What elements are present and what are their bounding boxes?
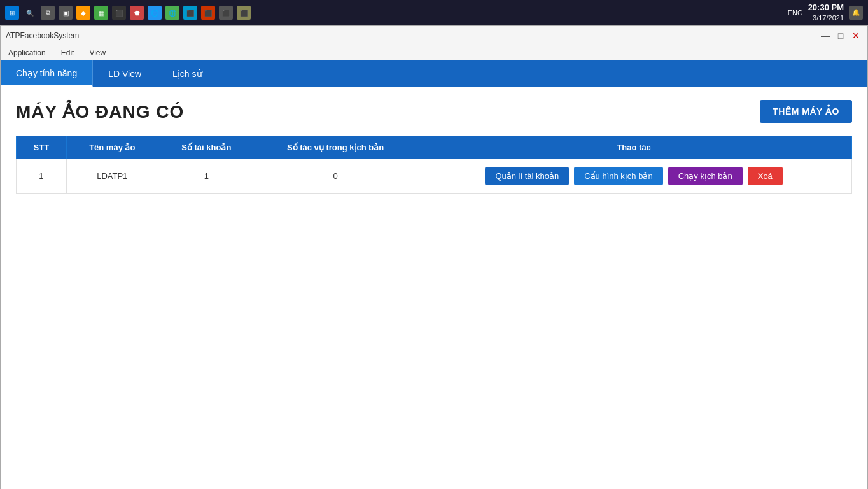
taskbar-date: 3/17/2021 [808, 13, 844, 23]
taskbar-app-3[interactable]: ▦ [94, 6, 108, 20]
menu-view[interactable]: View [87, 47, 108, 59]
taskbar-app-8[interactable]: ⬛ [183, 6, 197, 20]
search-icon[interactable]: 🔍 [23, 6, 37, 20]
menubar: Application Edit View [1, 45, 867, 60]
taskbar-app-1[interactable]: ▣ [59, 6, 73, 20]
col-name: Tên máy ảo [66, 136, 158, 159]
window-title: ATPFacebookSystem [6, 31, 79, 40]
menu-edit[interactable]: Edit [59, 47, 77, 59]
cell-stt: 1 [17, 159, 67, 194]
col-stt: STT [17, 136, 67, 159]
add-virtual-machine-button[interactable]: THÊM MÁY ẢO [760, 100, 852, 123]
tab-chay-tinh-nang[interactable]: Chạy tính năng [1, 60, 93, 87]
col-actions: Thao tác [416, 136, 852, 159]
maximize-button[interactable]: □ [834, 29, 847, 42]
cell-actions: Quản lí tài khoản Cấu hình kịch bản Chạy… [416, 159, 852, 194]
menu-application[interactable]: Application [6, 47, 48, 59]
tab-ld-view[interactable]: LD View [93, 60, 157, 87]
taskbar-right: ENG 20:30 PM 3/17/2021 🔔 [788, 2, 863, 24]
taskbar-app-4[interactable]: ⬛ [112, 6, 126, 20]
manage-accounts-button[interactable]: Quản lí tài khoản [485, 167, 569, 185]
run-scenario-button[interactable]: Chạy kịch bản [668, 167, 743, 185]
cell-tasks: 0 [255, 159, 416, 194]
taskbar-app-5[interactable]: ⬟ [130, 6, 144, 20]
task-view-icon[interactable]: ⧉ [41, 6, 55, 20]
taskbar-app-7[interactable]: 🌐 [165, 6, 179, 20]
taskbar: ⊞ 🔍 ⧉ ▣ ◆ ▦ ⬛ ⬟ 🌐 🌐 ⬛ ⬛ ⬛ ⬛ ENG 20:30 PM… [0, 0, 868, 25]
taskbar-app-11[interactable]: ⬛ [237, 6, 251, 20]
tab-lich-su[interactable]: Lịch sử [157, 60, 218, 87]
cell-accounts: 1 [158, 159, 255, 194]
col-tasks: Số tác vụ trong kịch bản [255, 136, 416, 159]
taskbar-sys-tray: ENG [788, 9, 803, 17]
notification-icon[interactable]: 🔔 [849, 6, 863, 20]
minimize-button[interactable]: — [819, 29, 832, 42]
table-row: 1 LDATP1 1 0 Quản lí tài khoản Cấu hình … [17, 159, 852, 194]
cell-name: LDATP1 [66, 159, 158, 194]
app-window: ATPFacebookSystem — □ ✕ Application Edit… [0, 25, 868, 489]
page-title: MÁY ẢO ĐANG CÓ [16, 101, 184, 122]
main-content: MÁY ẢO ĐANG CÓ THÊM MÁY ẢO STT Tên máy ả… [1, 87, 867, 489]
table-header: STT Tên máy ảo Số tài khoản Số tác vụ tr… [17, 136, 852, 159]
window-controls: — □ ✕ [819, 29, 862, 42]
virtual-machines-table: STT Tên máy ảo Số tài khoản Số tác vụ tr… [16, 136, 852, 194]
page-header: MÁY ẢO ĐANG CÓ THÊM MÁY ẢO [16, 100, 852, 123]
col-accounts: Số tài khoản [158, 136, 255, 159]
start-button[interactable]: ⊞ [5, 6, 19, 20]
delete-button[interactable]: Xoá [748, 167, 783, 185]
table-body: 1 LDATP1 1 0 Quản lí tài khoản Cấu hình … [17, 159, 852, 194]
action-cell: Quản lí tài khoản Cấu hình kịch bản Chạy… [426, 167, 841, 185]
config-scenario-button[interactable]: Cấu hình kịch bản [574, 167, 662, 185]
taskbar-time: 20:30 PM [808, 2, 844, 13]
tabbar: Chạy tính năng LD View Lịch sử [1, 60, 867, 87]
taskbar-app-6[interactable]: 🌐 [148, 6, 162, 20]
sys-tray-lang: ENG [788, 9, 803, 17]
taskbar-clock: 20:30 PM 3/17/2021 [808, 2, 844, 24]
taskbar-app-2[interactable]: ◆ [76, 6, 90, 20]
close-button[interactable]: ✕ [850, 29, 862, 42]
taskbar-app-10[interactable]: ⬛ [219, 6, 233, 20]
window-titlebar: ATPFacebookSystem — □ ✕ [1, 26, 867, 45]
taskbar-app-9[interactable]: ⬛ [201, 6, 215, 20]
table-header-row: STT Tên máy ảo Số tài khoản Số tác vụ tr… [17, 136, 852, 159]
taskbar-left: ⊞ 🔍 ⧉ ▣ ◆ ▦ ⬛ ⬟ 🌐 🌐 ⬛ ⬛ ⬛ ⬛ [5, 6, 251, 20]
